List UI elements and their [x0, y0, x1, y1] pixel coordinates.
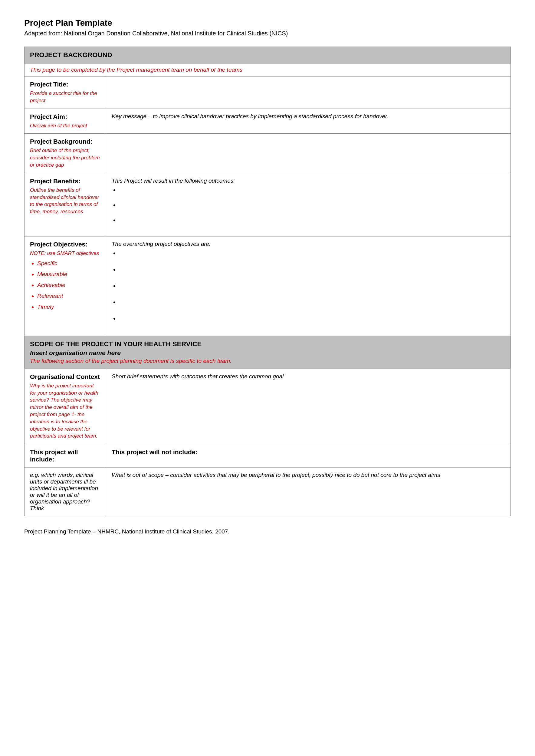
project-aim-row: Project Aim: Overall aim of the project … [24, 109, 511, 134]
org-context-label: Organisational Context [30, 373, 100, 380]
project-aim-sublabel: Overall aim of the project [30, 122, 100, 129]
include-header-row: This project will include: This project … [24, 444, 511, 468]
objectives-list [119, 250, 505, 322]
include-content-row: e.g. which wards, clinical units or depa… [24, 468, 511, 516]
project-benefits-row: Project Benefits: Outline the benefits o… [24, 173, 511, 236]
project-title-row: Project Title: Provide a succinct title … [24, 76, 511, 109]
project-title-content [106, 76, 511, 109]
project-background-instruction-row: This page to be completed by the Project… [24, 64, 511, 76]
scope-header-row: SCOPE OF THE PROJECT IN YOUR HEALTH SERV… [24, 336, 511, 369]
include-content: e.g. which wards, clinical units or depa… [30, 472, 98, 511]
project-background-section-header: PROJECT BACKGROUND [24, 47, 511, 64]
footer: Project Planning Template – NHMRC, Natio… [24, 528, 511, 535]
project-background-row: Project Background: Brief outline of the… [24, 134, 511, 173]
scope-subtitle: The following section of the project pla… [30, 358, 505, 364]
org-context-row: Organisational Context Why is the projec… [24, 369, 511, 444]
include-content-cell: e.g. which wards, clinical units or depa… [24, 468, 106, 516]
not-include-header-cell: This project will not include: [106, 444, 511, 468]
smart-achievable: Achievable [37, 282, 100, 288]
project-objectives-row: Project Objectives: NOTE: use SMART obje… [24, 236, 511, 336]
scope-title: SCOPE OF THE PROJECT IN YOUR HEALTH SERV… [30, 340, 505, 348]
project-aim-label: Project Aim: [30, 113, 100, 121]
objective-item-5 [119, 315, 505, 322]
project-objectives-content: The overarching project objectives are: [106, 236, 511, 336]
include-header: This project will include: [30, 448, 78, 463]
not-include-header: This project will not include: [112, 448, 198, 455]
smart-measurable: Measurable [37, 271, 100, 278]
objective-item-4 [119, 299, 505, 306]
smart-timely: Timely [37, 304, 100, 310]
objective-item-3 [119, 283, 505, 289]
project-aim-content: Key message – to improve clinical handov… [106, 109, 511, 134]
smart-specific: Specific [37, 260, 100, 267]
not-include-content: What is out of scope – consider activiti… [112, 472, 440, 478]
page-subtitle: Adapted from: National Organ Donation Co… [24, 29, 511, 38]
not-include-content-cell: What is out of scope – consider activiti… [106, 468, 511, 516]
project-background-instruction: This page to be completed by the Project… [30, 67, 242, 73]
project-background-header-text: PROJECT BACKGROUND [30, 51, 112, 59]
project-title-label: Project Title: [30, 81, 100, 88]
project-background-content [106, 134, 511, 173]
benefit-item-2 [119, 202, 505, 208]
project-background-label: Project Background: [30, 138, 100, 145]
project-benefits-label: Project Benefits: [30, 177, 100, 185]
benefit-item-1 [119, 187, 505, 193]
project-background-sublabel: Brief outline of the project, consider i… [30, 147, 100, 169]
org-context-sublabel: Why is the project important for your or… [30, 382, 100, 440]
smart-list: Specific Measurable Achievable Releveant… [37, 260, 100, 310]
objective-item-2 [119, 266, 505, 273]
main-table: PROJECT BACKGROUND This page to be compl… [24, 46, 511, 516]
project-objectives-label: Project Objectives: [30, 241, 100, 248]
smart-relevant: Releveant [37, 293, 100, 299]
page-title: Project Plan Template [24, 18, 511, 28]
project-benefits-sublabel: Outline the benefits of standardised cli… [30, 187, 100, 215]
project-objectives-note: NOTE: use SMART objectives [30, 250, 100, 257]
scope-org: Insert organisation name here [30, 349, 505, 357]
project-title-sublabel: Provide a succinct title for the project [30, 90, 100, 104]
project-benefits-content: This Project will result in the followin… [106, 173, 511, 236]
include-header-cell: This project will include: [24, 444, 106, 468]
org-context-content: Short brief statements with outcomes tha… [106, 369, 511, 444]
benefits-list [119, 187, 505, 224]
benefit-item-3 [119, 217, 505, 224]
objective-item-1 [119, 250, 505, 256]
